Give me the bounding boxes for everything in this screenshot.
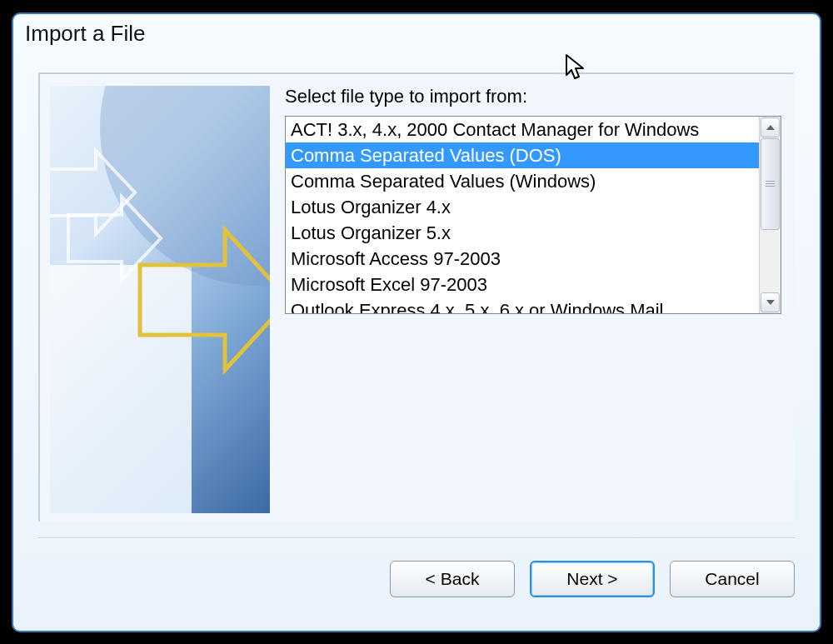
scroll-down-button[interactable] — [761, 292, 780, 312]
scroll-up-button[interactable] — [761, 117, 780, 137]
file-type-option[interactable]: Outlook Express 4.x, 5.x, 6.x or Windows… — [286, 297, 759, 313]
next-button[interactable]: Next > — [530, 561, 655, 597]
wizard-content-panel: Select file type to import from: ACT! 3.… — [38, 72, 795, 522]
scroll-thumb[interactable] — [761, 138, 780, 230]
import-file-dialog: Import a File Select file type to import… — [12, 12, 821, 632]
file-type-option[interactable]: ACT! 3.x, 4.x, 2000 Contact Manager for … — [286, 117, 759, 142]
scrollbar[interactable] — [759, 117, 781, 313]
back-button[interactable]: < Back — [390, 561, 515, 597]
file-type-picker-pane: Select file type to import from: ACT! 3.… — [285, 74, 793, 521]
svg-point-0 — [100, 86, 270, 286]
file-type-option[interactable]: Lotus Organizer 4.x — [286, 194, 759, 220]
separator — [38, 537, 795, 539]
scroll-track[interactable] — [760, 138, 781, 292]
prompt-label: Select file type to import from: — [285, 86, 781, 107]
wizard-buttons: < Back Next > Cancel — [390, 561, 795, 597]
file-type-option[interactable]: Comma Separated Values (Windows) — [286, 168, 759, 194]
file-type-listbox[interactable]: ACT! 3.x, 4.x, 2000 Contact Manager for … — [285, 116, 781, 314]
file-type-option[interactable]: Microsoft Access 97-2003 — [286, 246, 759, 272]
file-type-option[interactable]: Comma Separated Values (DOS) — [286, 142, 759, 168]
dialog-title: Import a File — [13, 14, 820, 55]
file-type-option[interactable]: Microsoft Excel 97-2003 — [286, 272, 759, 297]
cancel-button[interactable]: Cancel — [670, 561, 795, 597]
file-type-option[interactable]: Lotus Organizer 5.x — [286, 220, 759, 246]
wizard-banner-image — [50, 86, 270, 513]
